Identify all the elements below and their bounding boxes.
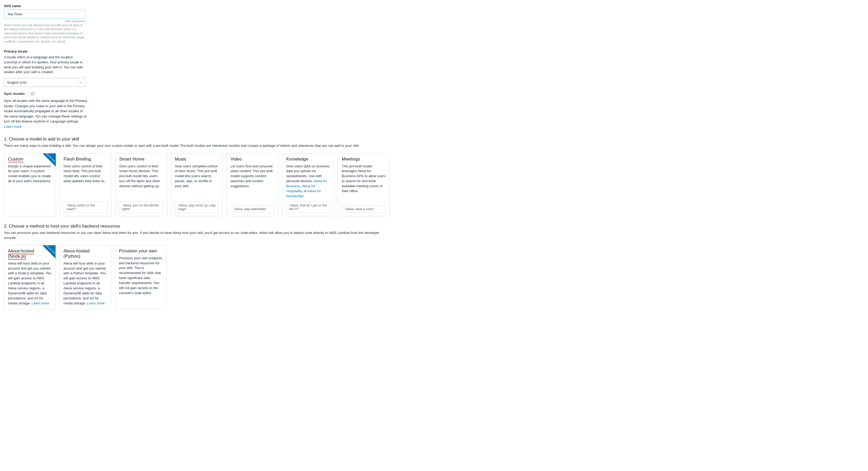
host-section-sub: You can provision your own backend resou… [4, 231, 390, 240]
host-card-title: Provision your own [119, 248, 163, 254]
host-card-desc: Alexa will host skills in your account a… [8, 261, 52, 306]
host-card-desc: Alexa will host skills in your account a… [63, 261, 107, 306]
model-card-knowledge[interactable]: KnowledgeGive users Q&A on business data… [282, 153, 334, 216]
model-section-sub: There are many ways to start building a … [4, 143, 390, 148]
model-card-title: Smart Home [119, 157, 163, 162]
host-card-title: Alexa-hosted (Python) [63, 248, 107, 259]
host-card-desc: Provision your own endpoint and backend … [119, 256, 163, 306]
host-card-provision-your-own[interactable]: Provision your ownProvision your own end… [115, 245, 167, 309]
sync-locales-label: Sync locales [4, 92, 25, 96]
model-card-desc: Give users control of their smart home d… [119, 164, 163, 199]
model-card-custom[interactable]: SELECTEDCustomDesign a unique experience… [4, 153, 56, 216]
host-learn-more-link[interactable]: Learn more [32, 301, 49, 305]
host-card-alexa-hosted-python-[interactable]: Alexa-hosted (Python)Alexa will host ski… [59, 245, 111, 309]
model-card-desc: Design a unique experience for your user… [8, 164, 52, 205]
model-example-utterance: "Alexa, turn on the kitchen lights" [119, 202, 163, 213]
primary-locale-desc: A locale refers to a language and the lo… [4, 55, 86, 75]
model-card-video[interactable]: VideoLet users find and consume video co… [226, 153, 279, 216]
primary-locale-label: Primary locale [4, 49, 390, 53]
model-section-heading: 1. Choose a model to add to your skill [4, 136, 390, 142]
model-card-desc: Let users find and consume video content… [230, 164, 275, 202]
primary-locale-select[interactable]: English (US) [4, 78, 85, 87]
sync-locales-toggle[interactable] [28, 92, 35, 96]
model-example-utterance: "Alexa, how do I get on the Wi-Fi?" [286, 202, 330, 213]
model-card-title: Meetings [342, 157, 386, 162]
model-card-title: Knowledge [286, 157, 330, 162]
skill-name-help: Brand names are only allowed if you prov… [4, 23, 86, 43]
selected-ribbon: SELECTED [42, 154, 56, 167]
skill-name-input[interactable] [4, 9, 85, 19]
model-example-utterance: "Alexa, book a room" [342, 205, 386, 213]
host-section-heading: 2. Choose a method to host your skill's … [4, 224, 390, 229]
model-card-desc: Give users complete control of their mus… [175, 164, 219, 199]
model-example-utterance: "Alexa, play music by Lady Gaga" [175, 202, 219, 213]
sync-learn-more-link[interactable]: Learn more [4, 125, 22, 129]
model-card-desc: Give users Q&A on business data you uplo… [286, 164, 330, 199]
skill-name-label: Skill name [4, 4, 390, 8]
model-card-desc: This pre-built model leverages Alexa for… [342, 164, 386, 202]
model-card-flash-briefing[interactable]: Flash BriefingGive users control of thei… [60, 153, 112, 216]
model-example-utterance: "Alexa, play Interstellar" [230, 205, 275, 213]
model-card-smart-home[interactable]: Smart HomeGive users control of their sm… [115, 153, 167, 216]
host-learn-more-link[interactable]: Learn more [87, 301, 105, 305]
model-card-title: Music [175, 157, 219, 162]
model-card-desc: Give users control of their news feed. T… [64, 164, 108, 199]
model-card-title: Flash Briefing [64, 157, 108, 162]
selected-ribbon: SELECTED [42, 245, 56, 259]
primary-locale-value: English (US) [7, 80, 27, 85]
host-card-alexa-hosted-node-js-[interactable]: SELECTEDAlexa-hosted (Node.js)Alexa will… [4, 245, 56, 309]
model-card-music[interactable]: MusicGive users complete control of thei… [171, 153, 223, 216]
skill-name-counter: 9/50 characters [4, 20, 85, 23]
chevron-down-icon [79, 81, 82, 84]
model-example-utterance: "Alexa, what's in the news?" [64, 202, 108, 213]
model-card-meetings[interactable]: MeetingsThis pre-built model leverages A… [338, 153, 390, 216]
model-card-title: Video [230, 157, 275, 162]
sync-locales-desc: Sync all locales with the same language … [4, 98, 89, 129]
